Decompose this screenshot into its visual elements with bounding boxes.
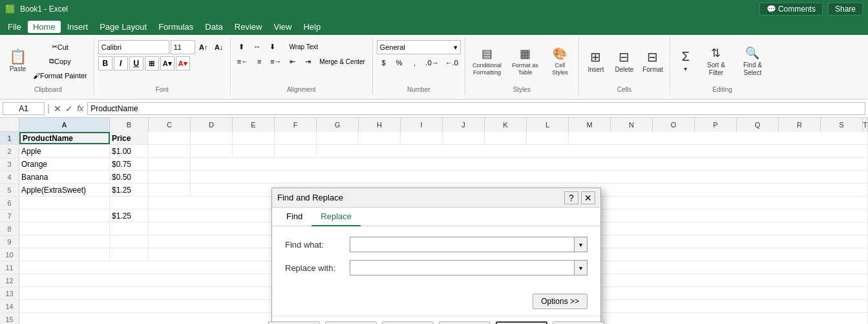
- find-what-input[interactable]: [350, 237, 575, 252]
- col-header-l[interactable]: L: [527, 118, 569, 132]
- menu-home[interactable]: Home: [28, 21, 61, 33]
- col-header-m[interactable]: M: [569, 118, 611, 132]
- replace-button[interactable]: Replace: [325, 321, 377, 324]
- percent-button[interactable]: %: [392, 56, 407, 69]
- close-button[interactable]: Close: [553, 321, 604, 324]
- merge-center-button[interactable]: Merge & Center: [317, 55, 368, 68]
- conditional-formatting-button[interactable]: ▤ Conditional Formatting: [469, 43, 505, 80]
- italic-button[interactable]: I: [114, 56, 128, 70]
- cell-l1[interactable]: [527, 132, 569, 144]
- insert-button[interactable]: ⊞ Insert: [583, 43, 609, 80]
- cell-a8[interactable]: [19, 222, 110, 235]
- cell-b5[interactable]: $1.25: [110, 184, 149, 196]
- cell-b6[interactable]: [110, 197, 149, 209]
- border-button[interactable]: ⊞: [145, 56, 159, 70]
- cell-a5[interactable]: Apple(ExtraSweet): [19, 184, 110, 196]
- cell-b7[interactable]: $1.25: [110, 210, 149, 222]
- align-top-button[interactable]: ⬆: [235, 40, 249, 53]
- sort-filter-button[interactable]: ⇅ Sort & Filter: [700, 43, 732, 80]
- format-as-table-button[interactable]: ▦ Format as Table: [507, 43, 543, 80]
- cell-rest-3[interactable]: [191, 158, 868, 170]
- font-name-input[interactable]: [98, 40, 169, 54]
- col-header-a[interactable]: A: [19, 118, 110, 132]
- menu-formulas[interactable]: Formulas: [153, 21, 198, 33]
- menu-view[interactable]: View: [268, 21, 297, 33]
- accounting-button[interactable]: $: [377, 56, 391, 69]
- col-header-j[interactable]: J: [443, 118, 485, 132]
- previous-button[interactable]: Previous: [439, 321, 491, 324]
- delete-button[interactable]: ⊟ Delete: [611, 43, 637, 80]
- find-all-button[interactable]: Find All: [382, 321, 434, 324]
- col-header-f[interactable]: F: [275, 118, 317, 132]
- comments-button[interactable]: 💬 Comments: [759, 3, 823, 16]
- col-header-e[interactable]: E: [233, 118, 275, 132]
- col-header-p[interactable]: P: [695, 118, 737, 132]
- cell-a10[interactable]: [19, 248, 110, 261]
- col-header-g[interactable]: G: [317, 118, 359, 132]
- col-header-h[interactable]: H: [359, 118, 401, 132]
- confirm-formula-icon[interactable]: ✓: [64, 103, 74, 114]
- cell-c4[interactable]: [149, 171, 191, 183]
- cell-b3[interactable]: $0.75: [110, 158, 149, 170]
- replace-with-input[interactable]: [350, 260, 575, 275]
- decrease-decimal-button[interactable]: ←.0: [443, 56, 461, 69]
- cell-b4[interactable]: $0.50: [110, 171, 149, 183]
- cell-b10[interactable]: [110, 248, 149, 261]
- cell-a1[interactable]: ProductName: [19, 132, 110, 144]
- font-size-input[interactable]: [171, 40, 195, 54]
- cell-g1[interactable]: [317, 132, 359, 144]
- find-select-button[interactable]: 🔍 Find & Select: [735, 43, 770, 80]
- cell-e1[interactable]: [233, 132, 275, 144]
- cell-d1[interactable]: [191, 132, 233, 144]
- options-button[interactable]: Options >>: [533, 294, 587, 309]
- cell-k1[interactable]: [485, 132, 527, 144]
- menu-file[interactable]: File: [3, 21, 26, 33]
- paste-button[interactable]: 📋 Paste: [6, 43, 29, 80]
- cell-b9[interactable]: [110, 235, 149, 248]
- cell-c5[interactable]: [149, 184, 191, 196]
- dialog-help-button[interactable]: ?: [564, 191, 578, 204]
- cell-i1[interactable]: [401, 132, 443, 144]
- col-header-d[interactable]: D: [191, 118, 233, 132]
- autosum-button[interactable]: Σ ▾: [674, 43, 697, 80]
- align-right-button[interactable]: ≡→: [268, 55, 284, 68]
- number-format-dropdown[interactable]: General ▾: [377, 40, 461, 54]
- cell-d2[interactable]: [191, 145, 233, 157]
- cell-a3[interactable]: Orange: [19, 158, 110, 170]
- cell-b1[interactable]: Price: [110, 132, 149, 144]
- align-middle-button[interactable]: ↔: [250, 40, 264, 53]
- col-header-b[interactable]: B: [110, 118, 149, 132]
- cell-a6[interactable]: [19, 197, 110, 209]
- cell-a7[interactable]: [19, 210, 110, 222]
- comma-button[interactable]: ,: [408, 56, 422, 69]
- cell-f2[interactable]: [275, 145, 317, 157]
- dialog-tab-find[interactable]: Find: [277, 208, 312, 226]
- cell-e2[interactable]: [233, 145, 275, 157]
- align-left-button[interactable]: ≡←: [235, 55, 251, 68]
- cancel-formula-icon[interactable]: ✕: [52, 103, 63, 114]
- col-header-q[interactable]: Q: [737, 118, 779, 132]
- format-painter-button[interactable]: 🖌 Format Painter: [30, 69, 90, 82]
- cell-rest-1[interactable]: [569, 132, 868, 144]
- find-what-dropdown-button[interactable]: ▾: [575, 237, 587, 252]
- bold-button[interactable]: B: [98, 56, 112, 70]
- indent-decrease-button[interactable]: ⇤: [286, 55, 300, 68]
- col-header-t[interactable]: T: [863, 118, 868, 132]
- menu-insert[interactable]: Insert: [62, 21, 94, 33]
- cell-c2[interactable]: [149, 145, 191, 157]
- cell-styles-button[interactable]: 🎨 Cell Styles: [545, 43, 575, 80]
- share-button[interactable]: Share: [828, 3, 863, 16]
- indent-increase-button[interactable]: ⇥: [301, 55, 315, 68]
- increase-decimal-button[interactable]: .0→: [423, 56, 441, 69]
- replace-with-dropdown-button[interactable]: ▾: [575, 260, 587, 275]
- cell-a2[interactable]: Apple: [19, 145, 110, 157]
- cell-a9[interactable]: [19, 235, 110, 248]
- align-center-button[interactable]: ≡: [252, 55, 266, 68]
- increase-font-button[interactable]: A↑: [196, 41, 211, 54]
- col-header-s[interactable]: S: [821, 118, 863, 132]
- col-header-o[interactable]: O: [653, 118, 695, 132]
- replace-all-button[interactable]: Replace All: [268, 321, 320, 324]
- underline-button[interactable]: U: [129, 56, 143, 70]
- col-header-i[interactable]: I: [401, 118, 443, 132]
- format-button[interactable]: ⊟ Format: [640, 43, 666, 80]
